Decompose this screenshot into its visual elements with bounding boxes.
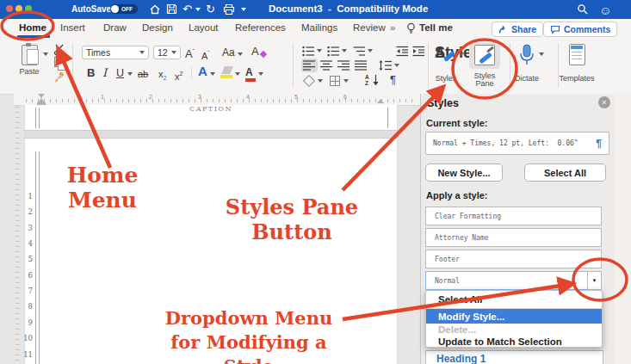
search-icon[interactable] [577,3,589,15]
tab-layout[interactable]: Layout [189,22,219,33]
superscript-button[interactable]: x2 [175,67,182,83]
tab-home[interactable]: Home [19,22,46,33]
styles-pane-brush-icon [479,52,492,65]
tab-review[interactable]: Review [353,22,386,33]
pleading-right-line [387,108,388,128]
justify-button[interactable] [355,60,368,71]
share-icon [498,25,508,34]
tab-overflow-chevrons[interactable]: » [390,22,395,33]
copy-icon[interactable] [54,57,63,67]
numbered-list-chevron[interactable] [342,49,347,52]
underline-dropdown-chevron[interactable] [127,72,133,76]
tab-draw[interactable]: Draw [103,22,127,33]
line-number: 5 [22,255,33,263]
title-bar: AutoSave OFF ↶ ↻ Document3 - Compatibili… [0,0,631,19]
save-icon[interactable] [166,3,177,15]
show-paragraph-marks-button[interactable]: ¶ [390,73,396,87]
shrink-font-button[interactable]: Aˇ [201,46,210,63]
numbered-list-button[interactable] [327,46,340,57]
line-spacing-button[interactable] [379,60,393,71]
shading-chevron[interactable] [318,79,323,83]
strikethrough-button[interactable]: ab [138,67,148,81]
grow-font-button[interactable]: Aˆ [185,45,195,61]
share-button[interactable]: Share [492,22,543,37]
dictate-chevron[interactable] [539,52,544,56]
menu-item-select-all[interactable]: Select All [426,293,602,306]
current-style-box[interactable]: Normal + Times, 12 pt, Left: 0.06" ¶ [425,132,609,155]
font-color-chevron[interactable] [258,72,263,76]
paste-label[interactable]: Paste [15,67,43,76]
tab-design[interactable]: Design [142,22,173,33]
style-item-clear-formatting[interactable]: Clear Formatting [425,207,602,225]
autosave-toggle[interactable]: OFF [110,4,138,14]
redo-icon[interactable]: ↻ [206,0,215,19]
highlight-button[interactable] [220,66,232,78]
paste-clipboard-icon[interactable] [22,45,38,65]
sort-button[interactable]: AZ [365,74,369,86]
minimize-window-button[interactable] [15,5,22,12]
undo-dropdown-chevron[interactable] [195,8,201,11]
multilevel-list-button[interactable] [353,46,366,57]
text-effects-chevron[interactable] [210,72,215,76]
tab-insert[interactable]: Insert [60,22,85,33]
highlight-chevron[interactable] [235,72,240,76]
subscript-button[interactable]: x2 [158,67,166,85]
font-name-select[interactable]: Times [82,46,149,59]
comments-button[interactable]: Comments [543,22,617,37]
line-spacing-chevron[interactable] [394,64,399,67]
align-left-button[interactable] [303,60,316,71]
styles-gallery-chevron[interactable] [459,52,464,56]
tab-mailings[interactable]: Mailings [301,22,337,33]
style-item-normal[interactable]: Normal [425,271,602,290]
tell-me-button[interactable]: Tell me [419,22,453,33]
right-indent-marker[interactable] [377,99,384,103]
pane-close-button[interactable]: × [598,96,610,108]
style-item-footer[interactable]: Footer [425,250,602,268]
bullet-list-button[interactable] [302,46,315,57]
quick-toolbar-overflow-chevron[interactable] [241,8,246,11]
align-right-button[interactable] [337,60,350,71]
borders-chevron[interactable] [343,79,349,83]
italic-button[interactable]: I [102,66,107,80]
underline-button[interactable]: U [116,66,124,80]
menu-item-modify-style[interactable]: Modify Style... [426,309,602,324]
select-all-button[interactable]: Select All [524,163,606,182]
pane-title: Styles [427,97,459,109]
zoom-window-button[interactable] [25,5,32,12]
clear-formatting-button[interactable]: A [251,45,259,59]
bold-button[interactable]: B [87,66,95,80]
print-icon[interactable] [223,3,235,15]
borders-button[interactable] [330,76,340,86]
new-style-button[interactable]: New Style... [425,163,503,182]
cut-icon[interactable] [53,44,65,55]
close-window-button[interactable] [6,5,13,12]
feedback-smiley-icon[interactable]: ☺ [599,1,611,20]
style-item-heading1[interactable]: Heading 1 [425,350,603,364]
toggle-state-label: OFF [121,6,133,12]
align-center-button[interactable] [320,60,333,71]
dictate-button[interactable] [519,44,535,66]
font-size-select[interactable]: 12 [153,46,181,59]
menu-item-delete[interactable]: Delete... [426,324,602,336]
bullet-list-chevron[interactable] [317,49,322,52]
style-context-menu: Select All Modify Style... Delete... Upd… [425,290,603,348]
style-item-attorney-name[interactable]: Attorney Name [425,228,602,247]
styles-A-icon[interactable]: A [435,45,454,64]
tab-references[interactable]: References [235,22,286,33]
text-effects-button[interactable]: A [198,65,207,78]
templates-button[interactable] [569,44,585,65]
decrease-indent-button[interactable] [396,46,409,57]
increase-indent-button[interactable] [412,46,425,57]
style-dropdown-button[interactable]: ▼ [587,271,602,290]
styles-pane-button[interactable] [474,45,495,65]
menu-item-update-to-match[interactable]: Update to Match Selection [426,336,602,348]
change-case-button[interactable]: Aa [222,46,243,59]
format-painter-icon[interactable] [53,71,65,83]
paste-dropdown-chevron[interactable] [43,52,48,56]
home-quick-icon[interactable] [149,3,161,15]
annotation-text-home-menu: Home Menu [41,163,164,213]
font-color-button[interactable]: A [245,65,256,82]
multilevel-list-chevron[interactable] [368,49,373,52]
line-number: 8 [22,302,33,311]
undo-icon[interactable]: ↶ [182,0,192,19]
